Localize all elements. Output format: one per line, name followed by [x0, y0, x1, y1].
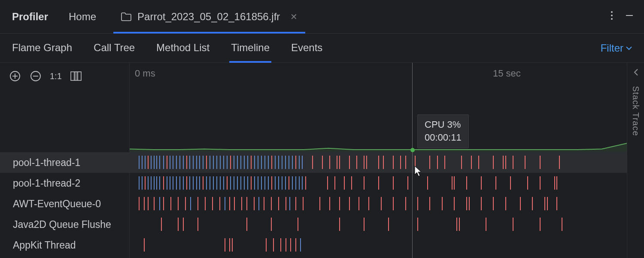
event-tick	[280, 238, 281, 252]
timeline-main[interactable]: 0 ms 15 sec CPU 3% 00:00:11	[130, 63, 627, 258]
zoom-in-button[interactable]	[9, 70, 21, 83]
thread-lane[interactable]	[130, 214, 627, 235]
event-tick	[503, 156, 504, 169]
event-tick	[417, 197, 418, 210]
event-tick	[199, 156, 200, 169]
event-tick	[364, 156, 365, 169]
close-icon[interactable]: ✕	[290, 12, 298, 22]
event-tick	[156, 176, 157, 190]
event-tick	[520, 197, 521, 210]
event-tick	[258, 156, 258, 169]
svg-rect-3	[626, 15, 633, 16]
event-tick	[183, 218, 184, 231]
tab-call-tree[interactable]: Call Tree	[94, 34, 135, 62]
event-tick	[227, 156, 228, 169]
thread-lane[interactable]	[130, 152, 627, 173]
event-tick	[454, 197, 455, 210]
event-tick	[216, 176, 217, 190]
event-tick	[554, 176, 555, 190]
event-tick	[271, 197, 272, 210]
thread-lane[interactable]	[130, 194, 627, 214]
event-tick	[388, 218, 389, 231]
event-tick	[381, 197, 382, 210]
event-tick	[305, 176, 306, 190]
plus-circle-icon	[9, 71, 21, 82]
ruler-tick-15s: 15 sec	[493, 68, 521, 79]
fit-selection-button[interactable]	[70, 70, 82, 83]
zoom-out-button[interactable]	[29, 70, 42, 83]
event-tick	[261, 176, 262, 190]
thread-lane[interactable]	[130, 173, 627, 194]
event-tick	[469, 197, 470, 210]
event-tick	[364, 176, 365, 190]
event-tick	[246, 218, 247, 231]
thread-row[interactable]: AWT-EventQueue-0	[0, 194, 129, 214]
event-tick	[178, 218, 179, 231]
event-tick	[266, 238, 267, 252]
event-tick	[254, 156, 255, 169]
thread-row[interactable]: pool-1-thread-1	[0, 152, 129, 173]
event-tick	[540, 156, 541, 169]
event-tick	[400, 156, 401, 169]
event-tick	[364, 218, 365, 231]
cpu-usage-chart[interactable]	[130, 82, 627, 152]
event-tick	[237, 176, 238, 190]
event-tick	[544, 197, 545, 210]
event-tick	[285, 176, 286, 190]
file-tab[interactable]: Parrot_2023_05_02_161856.jfr ✕	[113, 0, 305, 33]
expand-stack-trace-button[interactable]	[633, 68, 638, 78]
event-tick	[513, 156, 513, 169]
event-tick	[303, 197, 304, 210]
minimize-icon[interactable]	[624, 10, 635, 23]
event-tick	[405, 156, 406, 169]
thread-lane[interactable]	[130, 235, 627, 255]
svg-point-2	[611, 18, 613, 20]
event-tick	[230, 156, 231, 169]
thread-row[interactable]: Java2D Queue Flushe	[0, 214, 129, 235]
more-options-icon[interactable]	[611, 10, 613, 23]
thread-label: AWT-EventQueue-0	[13, 198, 101, 210]
tab-timeline[interactable]: Timeline	[231, 34, 270, 62]
event-tick	[407, 176, 408, 190]
event-tick	[154, 197, 155, 210]
thread-lanes	[130, 152, 627, 255]
event-tick	[251, 176, 252, 190]
event-tick	[139, 176, 140, 190]
event-tick	[203, 176, 204, 190]
stack-trace-label[interactable]: Stack Trace	[631, 86, 641, 136]
event-tick	[461, 156, 462, 169]
event-tick	[205, 197, 206, 210]
event-tick	[232, 238, 233, 252]
event-tick	[213, 176, 214, 190]
thread-label: pool-1-thread-2	[13, 178, 80, 189]
event-tick	[327, 176, 328, 190]
event-tick	[556, 197, 557, 210]
event-tick	[212, 197, 213, 210]
event-tick	[199, 176, 200, 190]
thread-row[interactable]: AppKit Thread	[0, 235, 129, 255]
profiler-tabs: Flame Graph Call Tree Method List Timeli…	[0, 34, 644, 63]
event-tick	[189, 176, 190, 190]
filter-dropdown[interactable]: Filter	[601, 42, 632, 54]
tab-method-list[interactable]: Method List	[156, 34, 210, 62]
event-tick	[230, 176, 231, 190]
event-tick	[254, 176, 255, 190]
event-tick	[366, 156, 367, 169]
event-tick	[351, 176, 352, 190]
event-tick	[299, 156, 300, 169]
event-tick	[163, 156, 164, 169]
home-link[interactable]: Home	[69, 11, 96, 23]
event-tick	[339, 197, 340, 210]
event-tick	[173, 156, 173, 169]
event-tick	[290, 238, 291, 252]
event-tick	[163, 197, 164, 210]
event-tick	[167, 156, 167, 169]
thread-name-list: pool-1-thread-1 pool-1-thread-2 AWT-Even…	[0, 89, 129, 258]
event-tick	[393, 197, 394, 210]
event-tick	[178, 197, 179, 210]
zoom-reset-button[interactable]: 1:1	[50, 71, 62, 81]
event-tick	[405, 197, 406, 210]
tab-events[interactable]: Events	[291, 34, 322, 62]
tab-flame-graph[interactable]: Flame Graph	[12, 34, 72, 62]
thread-row[interactable]: pool-1-thread-2	[0, 173, 129, 194]
